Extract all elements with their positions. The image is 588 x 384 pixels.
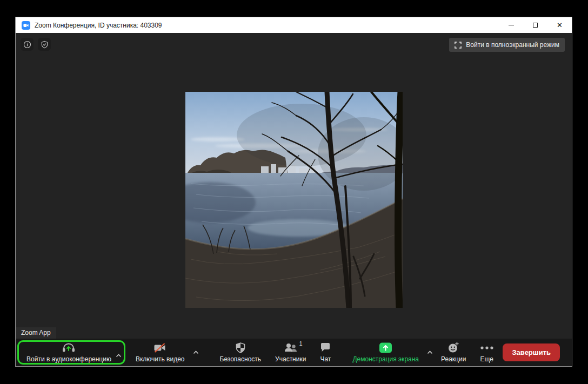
minimize-button[interactable] <box>499 17 523 33</box>
share-screen-label: Демонстрация экрана <box>352 355 419 363</box>
chevron-up-icon <box>193 351 199 354</box>
maximize-button[interactable] <box>523 17 547 33</box>
share-screen-button[interactable]: Демонстрация экрана <box>345 339 426 366</box>
more-label: Еще <box>480 355 493 363</box>
participants-button[interactable]: 1 Участники <box>268 339 313 366</box>
reactions-label: Реакции <box>441 355 466 363</box>
participants-icon <box>284 343 298 353</box>
fullscreen-button[interactable]: Войти в полноэкранный режим <box>449 38 565 52</box>
shared-photo-lake-landscape <box>185 92 403 308</box>
zoom-meeting-window: Zoom Конференция, ID участника: 403309 ✕… <box>15 17 572 367</box>
zoom-app-label: Zoom App <box>16 327 56 339</box>
zoom-logo-icon <box>22 21 30 30</box>
fullscreen-icon <box>455 42 462 49</box>
close-button[interactable]: ✕ <box>547 17 572 33</box>
meeting-toolbar: Войти в аудиоконференцию Включить видео … <box>16 339 572 366</box>
audio-options-chevron[interactable] <box>115 349 123 361</box>
chat-button[interactable]: Чат <box>313 339 338 366</box>
headphones-icon <box>62 342 76 353</box>
start-video-label: Включить видео <box>136 355 185 363</box>
more-button[interactable]: Еще <box>473 339 500 366</box>
share-screen-group: Демонстрация экрана <box>345 339 434 366</box>
video-group: Включить видео <box>129 339 200 366</box>
participants-count-badge: 1 <box>299 340 303 347</box>
join-audio-highlighted-group: Войти в аудиоконференцию <box>17 340 125 365</box>
join-audio-label: Войти в аудиоконференцию <box>26 355 111 363</box>
end-meeting-button[interactable]: Завершить <box>503 343 560 361</box>
close-icon: ✕ <box>557 22 563 29</box>
chevron-up-icon <box>116 354 122 358</box>
reactions-button[interactable]: Реакции <box>434 339 473 366</box>
participants-label: Участники <box>275 355 306 363</box>
info-icon <box>23 41 31 49</box>
video-options-chevron[interactable] <box>192 346 200 358</box>
shield-check-icon <box>41 41 49 49</box>
start-video-button[interactable]: Включить видео <box>129 339 192 366</box>
security-label: Безопасность <box>220 355 262 363</box>
meeting-info-button[interactable] <box>21 38 34 51</box>
encryption-status-button[interactable] <box>38 38 51 51</box>
minimize-icon <box>509 25 514 25</box>
window-controls: ✕ <box>499 17 572 33</box>
join-audio-button[interactable]: Войти в аудиоконференцию <box>20 342 115 363</box>
titlebar: Zoom Конференция, ID участника: 403309 ✕ <box>16 17 572 33</box>
more-ellipsis-icon <box>480 346 493 349</box>
maximize-icon <box>533 23 538 28</box>
security-shield-icon <box>236 342 245 353</box>
chat-label: Чат <box>320 355 331 363</box>
chevron-up-icon <box>427 351 433 354</box>
video-off-icon <box>153 342 166 353</box>
chat-bubble-icon <box>320 342 331 353</box>
window-title: Zoom Конференция, ID участника: 403309 <box>35 22 162 29</box>
meeting-stage: Войти в полноэкранный режим <box>16 33 572 339</box>
fullscreen-button-label: Войти в полноэкранный режим <box>466 41 559 49</box>
share-options-chevron[interactable] <box>426 346 434 358</box>
reactions-smiley-icon <box>447 342 459 353</box>
security-button[interactable]: Безопасность <box>213 339 269 366</box>
share-screen-icon <box>379 342 392 353</box>
